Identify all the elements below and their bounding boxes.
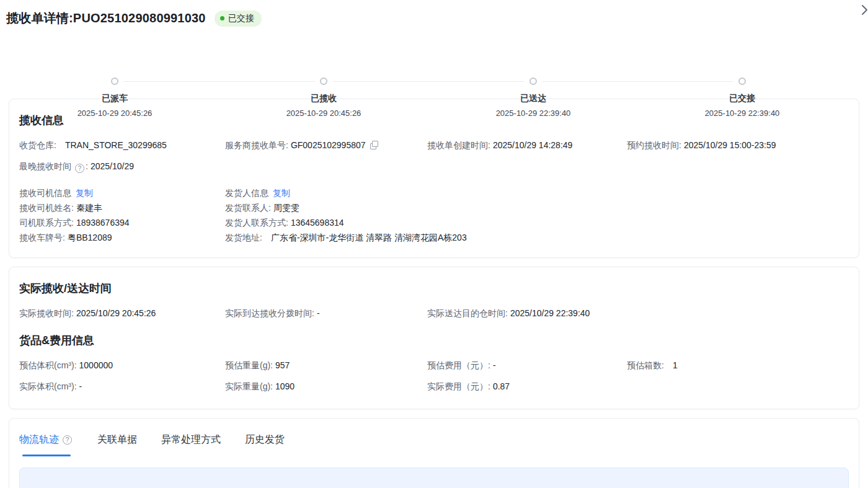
- field-value: 18938676394: [76, 218, 130, 228]
- pickup-info-row1: 收货仓库:TRAN_STORE_30299685 服务商揽收单号:GF00251…: [19, 140, 849, 151]
- field-sender-contact: 发货联系人:周雯雯: [225, 200, 849, 215]
- page-title: 揽收单详情:PUO251029080991030: [6, 10, 206, 27]
- step-label: 已揽收: [219, 93, 428, 104]
- field-actual-delivered-time: 实际送达目的仓时间:2025/10/29 22:39:40: [427, 308, 849, 319]
- field-label: 揽收司机姓名:: [19, 203, 74, 213]
- pickup-info-card: 揽收信息 收货仓库:TRAN_STORE_30299685 服务商揽收单号:GF…: [9, 99, 859, 258]
- actual-time-title: 实际揽收/送达时间: [19, 281, 849, 296]
- status-dot-icon: [220, 16, 224, 20]
- tracking-tabs-card: 物流轨迹? 关联单据 异常处理方式 历史发货: [9, 418, 859, 488]
- field-value: 2025/10/29 20:45:26: [76, 308, 156, 318]
- goods-fee-title: 货品&费用信息: [19, 333, 849, 348]
- status-badge-label: 已交接: [228, 13, 254, 24]
- field-order-create-time: 揽收单创建时间:2025/10/29 14:28:49: [427, 140, 627, 151]
- field-separator: :: [86, 161, 88, 171]
- actual-time-row: 实际揽收时间:2025/10/29 20:45:26 实际到达揽收分拨时间:- …: [19, 308, 849, 319]
- field-value: 2025/10/29 15:00-23:59: [684, 140, 776, 150]
- page-header: 揽收单详情:PUO251029080991030 已交接: [0, 0, 868, 30]
- tab-bar: 物流轨迹? 关联单据 异常处理方式 历史发货: [19, 427, 849, 456]
- tab-label: 历史发货: [245, 433, 285, 446]
- step-label: 已送达: [429, 93, 637, 104]
- step-circle-icon: [320, 78, 327, 85]
- field-value: 1: [673, 360, 678, 370]
- tab-label: 物流轨迹: [19, 433, 59, 446]
- active-tab-underline: [22, 455, 71, 456]
- field-actual-weight: 实际重量(g):1090: [225, 381, 427, 393]
- field-value: -: [317, 308, 320, 318]
- field-est-box-count: 预估箱数:1: [627, 360, 849, 371]
- actual-time-goods-card: 实际揽收/送达时间 实际揽收时间:2025/10/29 20:45:26 实际到…: [9, 267, 859, 409]
- field-label: 预估体积(cm³):: [19, 360, 77, 370]
- field-label: 最晚揽收时间: [19, 161, 71, 171]
- step-time: 2025-10-29 22:39:40: [638, 109, 846, 118]
- field-driver-name: 揽收司机姓名:秦建丰: [19, 200, 225, 215]
- goods-fee-row2: 实际体积(cm³):- 实际重量(g):1090 实际费用（元）:0.87: [19, 381, 849, 393]
- field-value: 957: [275, 360, 290, 370]
- field-actual-pickup-time: 实际揽收时间:2025/10/29 20:45:26: [19, 308, 225, 319]
- tab-logistics-track[interactable]: 物流轨迹?: [19, 433, 73, 456]
- status-badge: 已交接: [215, 11, 262, 27]
- field-label: 实际送达目的仓时间:: [427, 308, 508, 318]
- step-time: 2025-10-29 22:39:40: [429, 109, 637, 118]
- driver-info-header: 揽收司机信息复制: [19, 185, 225, 200]
- sender-copy-link[interactable]: 复制: [273, 188, 290, 198]
- field-receiving-warehouse: 收货仓库:TRAN_STORE_30299685: [19, 140, 225, 151]
- block-header-label: 发货人信息: [225, 188, 268, 198]
- field-value: 广东省-深圳市-龙华街道 清翠路 清湖湾花园A栋203: [271, 233, 467, 242]
- tab-label: 关联单据: [97, 433, 137, 446]
- field-label: 揽收单创建时间:: [427, 140, 490, 150]
- field-label: 预估费用（元）:: [427, 360, 490, 370]
- field-value: 2025/10/29: [91, 161, 134, 171]
- field-est-volume: 预估体积(cm³):1000000: [19, 360, 225, 371]
- info-alert-box: [19, 468, 849, 488]
- sender-info-block: 发货人信息复制 发货联系人:周雯雯 发货人联系方式:13645698314 发货…: [225, 185, 849, 245]
- field-value: 粤BB12089: [68, 233, 112, 242]
- field-value: TRAN_STORE_30299685: [65, 140, 167, 150]
- field-sender-address: 发货地址:广东省-深圳市-龙华街道 清翠路 清湖湾花园A栋203: [225, 230, 849, 245]
- field-actual-fee: 实际费用（元）:0.87: [427, 381, 627, 393]
- step-time: 2025-10-29 20:45:26: [11, 109, 219, 118]
- field-label: 发货联系人:: [225, 203, 271, 213]
- tab-related-documents[interactable]: 关联单据: [93, 433, 141, 456]
- field-label: 实际重量(g):: [225, 381, 273, 391]
- step-time: 2025-10-29 20:45:26: [219, 109, 428, 118]
- field-latest-pickup-time: 最晚揽收时间?:2025/10/29: [19, 161, 849, 173]
- field-value: 1090: [275, 381, 294, 391]
- field-label: 司机联系方式:: [19, 218, 74, 228]
- step-circle-icon: [529, 78, 537, 85]
- field-value: -: [493, 360, 496, 370]
- driver-copy-link[interactable]: 复制: [76, 188, 93, 198]
- field-value: 2025/10/29 14:28:49: [493, 140, 572, 150]
- step-delivered: 已送达 2025-10-29 22:39:40: [429, 78, 637, 118]
- field-reserved-pickup-time: 预约揽收时间:2025/10/29 15:00-23:59: [627, 140, 849, 151]
- field-label: 服务商揽收单号:: [225, 140, 288, 150]
- field-sender-phone: 发货人联系方式:13645698314: [225, 215, 849, 230]
- copy-icon[interactable]: [370, 141, 378, 149]
- chevron-right-icon[interactable]: [857, 2, 868, 17]
- field-value: 秦建丰: [76, 203, 102, 213]
- field-est-weight: 预估重量(g):957: [225, 360, 427, 371]
- field-value: 1000000: [79, 360, 113, 370]
- step-label: 已交接: [638, 93, 846, 104]
- block-header-label: 揽收司机信息: [19, 188, 71, 198]
- field-label: 揽收车牌号:: [19, 233, 65, 242]
- help-icon[interactable]: ?: [63, 435, 72, 445]
- field-actual-arrive-sorting-time: 实际到达揽收分拨时间:-: [225, 308, 427, 319]
- field-driver-phone: 司机联系方式:18938676394: [19, 215, 225, 230]
- tab-exception-handling[interactable]: 异常处理方式: [161, 433, 221, 456]
- field-value: 2025/10/29 22:39:40: [510, 308, 590, 318]
- field-est-fee: 预估费用（元）:-: [427, 360, 627, 371]
- field-value: 13645698314: [291, 218, 344, 228]
- field-label: 实际到达揽收分拨时间:: [225, 308, 314, 318]
- field-actual-volume: 实际体积(cm³):-: [19, 381, 225, 393]
- tab-history-shipments[interactable]: 历史发货: [241, 433, 289, 456]
- progress-stepper: 已派车 2025-10-29 20:45:26 已揽收 2025-10-29 2…: [0, 32, 868, 90]
- field-provider-pickup-no: 服务商揽收单号:GF0025102995807: [225, 140, 427, 151]
- step-label: 已派车: [11, 93, 219, 104]
- field-value: GF0025102995807: [291, 140, 366, 150]
- field-vehicle-plate: 揽收车牌号:粤BB12089: [19, 230, 225, 245]
- step-handed-over: 已交接 2025-10-29 22:39:40: [638, 78, 846, 118]
- goods-fee-row1: 预估体积(cm³):1000000 预估重量(g):957 预估费用（元）:- …: [19, 360, 849, 371]
- driver-sender-block: 揽收司机信息复制 揽收司机姓名:秦建丰 司机联系方式:18938676394 揽…: [19, 185, 849, 245]
- help-icon[interactable]: ?: [75, 164, 84, 173]
